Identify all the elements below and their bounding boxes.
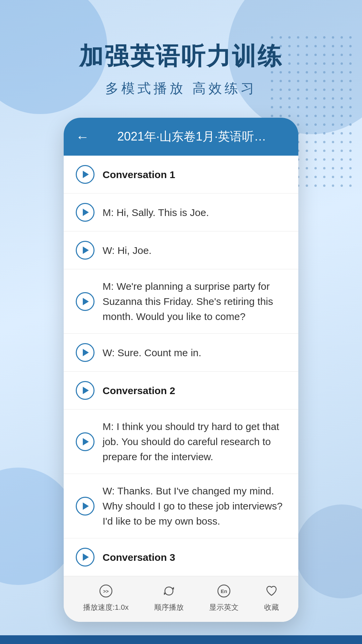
- list-item: W: Sure. Count me in.: [64, 334, 298, 372]
- favorite-label: 收藏: [264, 602, 279, 612]
- top-section: 加强英语听力训练 多模式播放 高效练习: [0, 0, 362, 118]
- loop-label: 顺序播放: [154, 602, 184, 612]
- english-icon: En: [217, 584, 231, 600]
- play-button[interactable]: [76, 343, 95, 362]
- item-text: W: Hi, Joe.: [103, 243, 152, 258]
- list-item: Conversation 2: [64, 372, 298, 410]
- play-button[interactable]: [76, 432, 95, 451]
- toolbar-english[interactable]: En 显示英文: [209, 584, 239, 612]
- play-button[interactable]: [76, 292, 95, 311]
- bottom-banner: 多种听力模式，快速突破语音听力: [0, 635, 362, 644]
- item-text: M: We're planning a surprise party for S…: [103, 279, 286, 324]
- play-button[interactable]: [76, 165, 95, 184]
- main-title: 加强英语听力训练: [0, 40, 362, 72]
- list-item: Conversation 3: [64, 538, 298, 576]
- play-triangle-icon: [83, 209, 89, 216]
- item-text: Conversation 3: [103, 550, 175, 565]
- list-item: Conversation 1: [64, 156, 298, 194]
- play-button[interactable]: [76, 497, 95, 516]
- list-item: M: I think you should try hard to get th…: [64, 410, 298, 474]
- toolbar: >> 播放速度:1.0x 顺序播放 En: [64, 576, 298, 622]
- item-text: Conversation 2: [103, 383, 175, 398]
- list-item: M: Hi, Sally. This is Joe.: [64, 194, 298, 231]
- play-triangle-icon: [83, 502, 89, 510]
- svg-text:>>: >>: [103, 589, 109, 594]
- loop-icon: [162, 584, 176, 600]
- svg-text:En: En: [221, 588, 227, 594]
- bg-shape-bottom-right: [295, 504, 362, 598]
- toolbar-speed[interactable]: >> 播放速度:1.0x: [83, 584, 129, 612]
- play-triangle-icon: [83, 387, 89, 394]
- list-container: Conversation 1M: Hi, Sally. This is Joe.…: [64, 156, 298, 576]
- play-triangle-icon: [83, 438, 89, 445]
- list-item: M: We're planning a surprise party for S…: [64, 269, 298, 334]
- toolbar-loop[interactable]: 顺序播放: [154, 584, 184, 612]
- play-button[interactable]: [76, 548, 95, 567]
- sub-title: 多模式播放 高效练习: [0, 79, 362, 98]
- item-text: M: Hi, Sally. This is Joe.: [103, 205, 209, 220]
- english-label: 显示英文: [209, 602, 239, 612]
- item-text: W: Sure. Count me in.: [103, 345, 201, 360]
- list-item: W: Thanks. But I've changed my mind. Why…: [64, 474, 298, 538]
- play-triangle-icon: [83, 349, 89, 356]
- play-triangle-icon: [83, 298, 89, 305]
- play-triangle-icon: [83, 553, 89, 561]
- app-header: ← 2021年·山东卷1月·英语听…: [64, 118, 298, 156]
- heart-icon: [265, 584, 278, 600]
- item-text: M: I think you should try hard to get th…: [103, 419, 286, 464]
- list-item: W: Hi, Joe.: [64, 231, 298, 269]
- item-text: W: Thanks. But I've changed my mind. Why…: [103, 483, 286, 529]
- phone-card: ← 2021年·山东卷1月·英语听… Conversation 1M: Hi, …: [64, 118, 298, 622]
- speed-label: 播放速度:1.0x: [83, 602, 129, 612]
- speed-icon: >>: [99, 584, 113, 600]
- play-button[interactable]: [76, 381, 95, 400]
- back-button[interactable]: ←: [76, 130, 89, 144]
- play-triangle-icon: [83, 247, 89, 254]
- header-title: 2021年·山东卷1月·英语听…: [97, 128, 286, 145]
- item-text: Conversation 1: [103, 167, 175, 182]
- play-button[interactable]: [76, 203, 95, 222]
- toolbar-favorite[interactable]: 收藏: [264, 584, 279, 612]
- play-triangle-icon: [83, 171, 89, 178]
- play-button[interactable]: [76, 241, 95, 260]
